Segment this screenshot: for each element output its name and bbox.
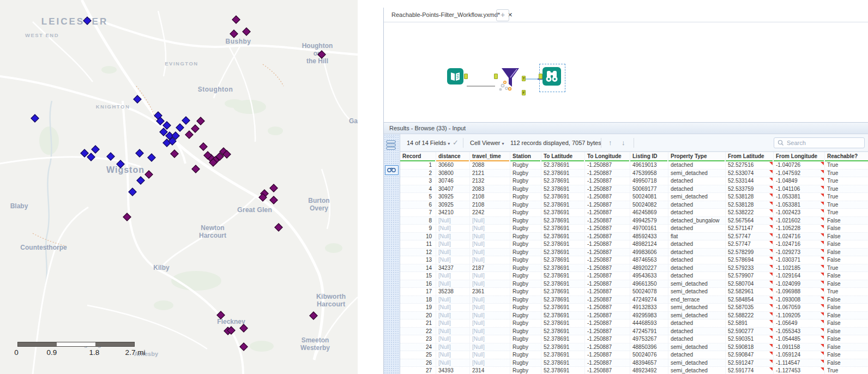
- table-cell[interactable]: True: [825, 288, 868, 295]
- table-cell[interactable]: -1.109205: [774, 312, 825, 319]
- table-cell[interactable]: -1.250887: [585, 233, 630, 240]
- table-cell[interactable]: 2132: [470, 177, 510, 185]
- column-header-from-latitude[interactable]: From Latitude: [726, 152, 774, 161]
- table-cell[interactable]: 52.378691: [541, 201, 585, 209]
- table-row[interactable]: 3307462132Rugby52.378691-1.2508874995071…: [400, 177, 868, 185]
- table-cell[interactable]: 2361: [470, 288, 510, 295]
- table-cell[interactable]: 52.378691: [541, 249, 585, 256]
- table-cell[interactable]: 52.378691: [541, 296, 585, 304]
- table-cell[interactable]: semi_detached: [668, 367, 726, 374]
- table-cell[interactable]: False: [825, 359, 868, 367]
- table-cell[interactable]: [Null]: [470, 233, 510, 240]
- table-cell[interactable]: Rugby: [510, 161, 541, 169]
- table-cell[interactable]: 34237: [436, 264, 470, 272]
- table-cell[interactable]: 3: [400, 177, 436, 185]
- table-cell[interactable]: [Null]: [470, 249, 510, 256]
- table-row[interactable]: 12[Null][Null]Rugby52.378691-1.250887499…: [400, 249, 868, 257]
- input-output-anchor[interactable]: [464, 74, 468, 79]
- table-cell[interactable]: 30925: [436, 193, 470, 201]
- table-cell[interactable]: -1.250887: [585, 201, 630, 209]
- table-cell[interactable]: False: [825, 217, 868, 225]
- table-cell[interactable]: 48592433: [630, 233, 668, 240]
- table-cell[interactable]: True: [825, 170, 868, 177]
- table-cell[interactable]: 52.587035: [726, 304, 774, 311]
- table-cell[interactable]: detached: [668, 335, 726, 343]
- table-cell[interactable]: 24: [400, 343, 436, 351]
- table-cell[interactable]: -1.250887: [585, 296, 630, 304]
- table-cell[interactable]: -1.250887: [585, 217, 630, 225]
- table-cell[interactable]: Rugby: [510, 177, 541, 185]
- table-cell[interactable]: 50024081: [630, 193, 668, 201]
- table-cell[interactable]: 30407: [436, 185, 470, 193]
- table-cell[interactable]: [Null]: [436, 328, 470, 335]
- arrow-down-icon[interactable]: ↓: [622, 134, 625, 152]
- table-row[interactable]: 16[Null][Null]Rugby52.378691-1.250887496…: [400, 280, 868, 288]
- table-cell[interactable]: [Null]: [436, 359, 470, 367]
- table-cell[interactable]: -1.024099: [774, 280, 825, 288]
- table-cell[interactable]: [Null]: [436, 304, 470, 311]
- table-cell[interactable]: 52.579233: [726, 264, 774, 272]
- table-cell[interactable]: 49950718: [630, 177, 668, 185]
- table-cell[interactable]: 52.57747: [726, 233, 774, 240]
- table-cell[interactable]: 4: [400, 185, 436, 193]
- table-cell[interactable]: 30746: [436, 177, 470, 185]
- table-cell[interactable]: 52.378691: [541, 351, 585, 359]
- filter-tool[interactable]: [497, 66, 522, 92]
- table-cell[interactable]: -1.05649: [774, 319, 825, 327]
- table-cell[interactable]: False: [825, 304, 868, 311]
- table-cell[interactable]: -1.250887: [585, 177, 630, 185]
- table-cell[interactable]: 52.378691: [541, 256, 585, 264]
- table-row[interactable]: 15[Null][Null]Rugby52.378691-1.250887495…: [400, 272, 868, 280]
- table-cell[interactable]: 2121: [470, 170, 510, 177]
- table-cell[interactable]: [Null]: [470, 343, 510, 351]
- table-cell[interactable]: 52.378691: [541, 280, 585, 288]
- table-cell[interactable]: Rugby: [510, 209, 541, 216]
- workflow-canvas[interactable]: T F: [384, 22, 868, 122]
- table-cell[interactable]: Rugby: [510, 312, 541, 319]
- table-row[interactable]: 9[Null][Null]Rugby52.378691-1.2508874970…: [400, 225, 868, 233]
- column-header-from-longitude[interactable]: From Longitude: [774, 152, 825, 161]
- table-cell[interactable]: 48920227: [630, 264, 668, 272]
- table-cell[interactable]: 52.591247: [726, 359, 774, 367]
- table-cell[interactable]: False: [825, 328, 868, 335]
- table-cell[interactable]: 18: [400, 296, 436, 304]
- table-cell[interactable]: 52.378691: [541, 177, 585, 185]
- table-row[interactable]: 10[Null][Null]Rugby52.378691-1.250887485…: [400, 233, 868, 241]
- table-cell[interactable]: [Null]: [470, 217, 510, 225]
- column-header-travel-time[interactable]: travel_time: [470, 152, 510, 161]
- table-cell[interactable]: 2108: [470, 201, 510, 209]
- table-cell[interactable]: detached: [668, 201, 726, 209]
- table-row[interactable]: 8[Null][Null]Rugby52.378691-1.2508874994…: [400, 217, 868, 225]
- table-cell[interactable]: -1.250887: [585, 264, 630, 272]
- table-row[interactable]: 13[Null][Null]Rugby52.378691-1.250887487…: [400, 256, 868, 264]
- table-cell[interactable]: 2108: [470, 193, 510, 201]
- table-cell[interactable]: 52.538128: [726, 193, 774, 201]
- table-cell[interactable]: False: [825, 233, 868, 240]
- table-cell[interactable]: 52.578299: [726, 249, 774, 256]
- table-row[interactable]: 26[Null][Null]Rugby52.378691-1.250887483…: [400, 359, 868, 367]
- table-cell[interactable]: 52.378691: [541, 170, 585, 177]
- input-data-tool[interactable]: [447, 68, 463, 85]
- table-cell[interactable]: -1.030371: [774, 256, 825, 264]
- table-cell[interactable]: 22: [400, 328, 436, 335]
- table-cell[interactable]: -1.096988: [774, 288, 825, 295]
- table-cell[interactable]: 30800: [436, 170, 470, 177]
- table-view-icon[interactable]: [385, 140, 397, 150]
- table-cell[interactable]: semi_detached: [668, 288, 726, 295]
- table-cell[interactable]: [Null]: [436, 256, 470, 264]
- table-cell[interactable]: -1.250887: [585, 170, 630, 177]
- table-cell[interactable]: 14: [400, 264, 436, 272]
- table-cell[interactable]: 2242: [470, 209, 510, 216]
- column-header-distance[interactable]: distance: [436, 152, 470, 161]
- table-cell[interactable]: 52.378691: [541, 217, 585, 225]
- connection-filter-browse-light[interactable]: [526, 79, 538, 80]
- table-cell[interactable]: -1.250887: [585, 240, 630, 248]
- table-row[interactable]: 25[Null][Null]Rugby52.378691-1.250887500…: [400, 351, 868, 359]
- table-cell[interactable]: 13: [400, 256, 436, 264]
- table-cell[interactable]: 52.588222: [726, 312, 774, 319]
- table-cell[interactable]: Rugby: [510, 185, 541, 193]
- table-cell[interactable]: -1.029273: [774, 249, 825, 256]
- table-cell[interactable]: 52.590277: [726, 328, 774, 335]
- table-cell[interactable]: end_terrace: [668, 296, 726, 304]
- table-cell[interactable]: detached: [668, 161, 726, 169]
